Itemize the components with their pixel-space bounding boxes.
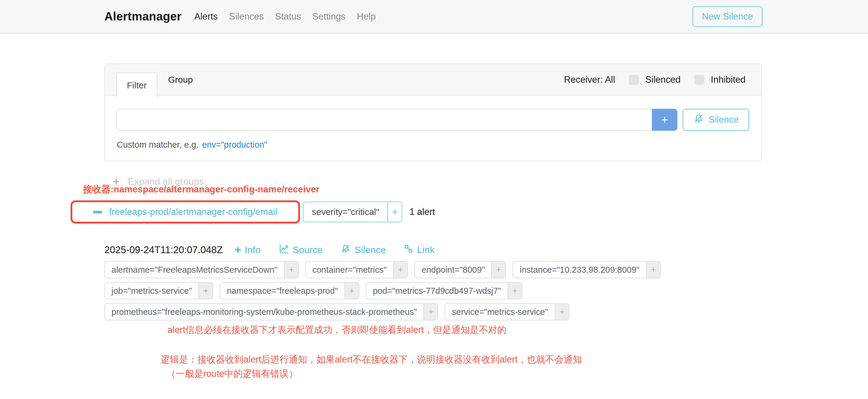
label-tag-pod: pod="metrics-77d9cdb497-wdsj7" + <box>366 282 522 299</box>
group-matcher-value[interactable]: severity="critical" <box>304 202 388 222</box>
nav-links: Alerts Silences Status Settings Help <box>194 11 692 22</box>
add-matcher-button[interactable]: + <box>652 109 677 131</box>
nav-item-help[interactable]: Help <box>357 11 376 22</box>
label-tag-alertname: alertname="FreeleapsMetricsServiceDown" … <box>104 261 299 278</box>
alert-group-row: freeleaps-prod/alertmanager-config/email… <box>70 201 435 223</box>
label-add-button[interactable]: + <box>393 262 407 278</box>
new-silence-button[interactable]: New Silence <box>692 6 763 27</box>
label-matcher-button[interactable]: namespace="freeleaps-prod" <box>220 283 344 299</box>
silenced-label: Silenced <box>645 74 681 85</box>
group-matcher-add-button[interactable]: + <box>388 202 402 222</box>
link-label: Link <box>417 245 435 255</box>
label-matcher-button[interactable]: container="metrics" <box>306 262 393 278</box>
silence-from-filter-button[interactable]: Silence <box>683 109 749 131</box>
label-tag-service: service="metrics-service" + <box>445 303 569 320</box>
label-tag-prometheus: prometheus="freeleaps-monitoring-system/… <box>104 303 438 320</box>
tab-filter[interactable]: Filter <box>116 72 157 98</box>
label-matcher-button[interactable]: endpoint="8009" <box>415 262 491 278</box>
source-label: Source <box>292 245 322 255</box>
nav-item-silences[interactable]: Silences <box>229 11 264 22</box>
nav-item-settings[interactable]: Settings <box>312 11 346 22</box>
filter-panel: Filter Group Receiver: All Silenced Inhi… <box>104 63 762 161</box>
alert-meta-row: 2025-09-24T11:20:07.048Z + Info Source <box>104 243 435 257</box>
group-alert-count: 1 alert <box>409 207 435 217</box>
label-tag-namespace: namespace="freeleaps-prod" + <box>220 282 359 299</box>
inhibited-label: Inhibited <box>711 74 746 85</box>
annotation-highlight-box: freeleaps-prod/alertmanager-config/email <box>70 201 300 223</box>
plus-icon: + <box>235 244 241 255</box>
silence-button-label: Silence <box>709 115 739 125</box>
inhibited-checkbox[interactable] <box>694 75 704 85</box>
annotation-receiver-note: 接收器:namespace/altermanager-config-name/r… <box>83 183 319 196</box>
label-tag-instance: instance="10.233.98.209:8009" + <box>513 261 661 278</box>
inhibited-toggle[interactable]: Inhibited <box>694 74 746 85</box>
label-matcher-button[interactable]: service="metrics-service" <box>445 304 554 320</box>
silenced-toggle[interactable]: Silenced <box>629 74 681 85</box>
nav-item-alerts[interactable]: Alerts <box>194 11 218 22</box>
filter-options: Receiver: All Silenced Inhibited <box>564 64 761 95</box>
annotation-logic-note: 逻辑是：接收器收到alert后进行通知，如果alert不在接收器下，说明接收器没… <box>161 354 582 366</box>
source-link[interactable]: Source <box>278 243 322 256</box>
label-tag-endpoint: endpoint="8009" + <box>414 261 506 278</box>
nav-item-status[interactable]: Status <box>275 11 301 22</box>
receiver-filter-label[interactable]: Receiver: All <box>564 74 615 85</box>
label-add-button[interactable]: + <box>284 262 298 278</box>
label-row: job="metrics-service" + namespace="freel… <box>104 282 661 299</box>
label-matcher-button[interactable]: prometheus="freeleaps-monitoring-system/… <box>105 304 423 320</box>
silenced-checkbox[interactable] <box>629 75 639 85</box>
info-button[interactable]: + Info <box>235 244 260 255</box>
matcher-row: + Silence <box>116 109 749 131</box>
label-row: prometheus="freeleaps-monitoring-system/… <box>104 303 661 320</box>
label-matcher-button[interactable]: instance="10.233.98.209:8009" <box>513 262 646 278</box>
tab-group[interactable]: Group <box>162 64 198 95</box>
chart-icon <box>278 243 289 256</box>
label-tag-container: container="metrics" + <box>305 261 408 278</box>
label-matcher-button[interactable]: job="metrics-service" <box>105 283 198 299</box>
helper-text: Custom matcher, e.g. <box>117 140 198 149</box>
filter-panel-header: Filter Group Receiver: All Silenced Inhi… <box>105 64 761 95</box>
group-matcher-chip: severity="critical" + <box>303 202 402 222</box>
label-add-button[interactable]: + <box>423 304 438 320</box>
top-navbar: Alertmanager Alerts Silences Status Sett… <box>0 0 868 33</box>
annotation-config-note: alert信息必须在接收器下才表示配置成功，否则即使能看到alert，但是通知是… <box>167 324 507 336</box>
label-matcher-button[interactable]: alertname="FreeleapsMetricsServiceDown" <box>105 262 284 278</box>
label-add-button[interactable]: + <box>555 304 569 320</box>
label-row: alertname="FreeleapsMetricsServiceDown" … <box>104 261 661 278</box>
bell-slash-icon <box>340 243 351 256</box>
silence-label: Silence <box>354 245 386 255</box>
label-add-button[interactable]: + <box>491 262 505 278</box>
collapse-group-icon[interactable] <box>93 211 102 213</box>
label-add-button[interactable]: + <box>198 283 213 299</box>
label-matcher-button[interactable]: pod="metrics-77d9cdb497-wdsj7" <box>366 283 507 299</box>
silence-alert-button[interactable]: Silence <box>340 243 386 256</box>
group-receiver-link[interactable]: freeleaps-prod/alertmanager-config/email <box>109 207 277 217</box>
alert-actions: + Info Source Silence <box>235 243 435 256</box>
matcher-helper: Custom matcher, e.g.env="production" <box>117 140 267 150</box>
matcher-example-link[interactable]: env="production" <box>202 140 268 149</box>
label-tag-job: job="metrics-service" + <box>104 282 213 299</box>
label-add-button[interactable]: + <box>344 283 359 299</box>
label-add-button[interactable]: + <box>507 283 522 299</box>
link-icon <box>403 244 413 256</box>
bell-slash-icon <box>693 113 704 127</box>
alert-labels: alertname="FreeleapsMetricsServiceDown" … <box>104 261 661 320</box>
matcher-input[interactable] <box>116 109 652 131</box>
annotation-logic-note-sub: （一般是route中的逻辑有错误） <box>166 368 298 380</box>
label-add-button[interactable]: + <box>646 262 660 278</box>
link-button[interactable]: Link <box>403 244 435 256</box>
info-label: Info <box>245 245 260 255</box>
app-brand[interactable]: Alertmanager <box>104 10 181 23</box>
alert-timestamp: 2025-09-24T11:20:07.048Z <box>104 244 223 255</box>
